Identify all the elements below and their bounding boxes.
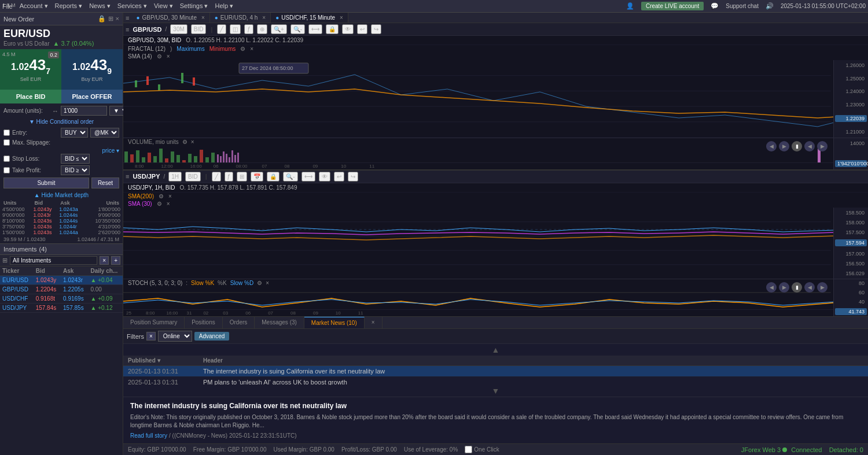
close-icon[interactable]: × <box>116 15 119 23</box>
place-offer-button[interactable]: Place OFFER <box>61 90 123 103</box>
tab-close[interactable]: × <box>365 317 382 328</box>
chart1-vol-btn5[interactable]: ▶ <box>817 141 827 151</box>
take-profit-type-select[interactable]: BID ≥ ▾ <box>61 165 90 175</box>
chart2-stoch-close[interactable]: × <box>266 280 269 286</box>
entry-checkbox[interactable] <box>3 130 10 136</box>
chart-tab-eurusd[interactable]: ● EUR/USD, 4 h × <box>210 13 271 23</box>
reset-button[interactable]: Reset <box>91 177 119 188</box>
chart2-bid-btn[interactable]: BID <box>185 172 201 182</box>
chart2-undo-btn[interactable]: ↩ <box>334 172 344 182</box>
chart-tab-gbpusd[interactable]: ● GBP/USD, 30 Minute × <box>131 13 209 23</box>
chart2-stoch-btn1[interactable]: ◀ <box>766 282 777 293</box>
instrument-row[interactable]: EUR/USD 1.0243y 1.0243r ▲ +0.04 <box>0 276 123 285</box>
instrument-row[interactable]: USD/JPY 157.84s 157.85s ▲ +0.12 <box>0 304 123 313</box>
filters-close-btn[interactable]: × <box>146 332 156 341</box>
add-instrument-button[interactable]: + <box>111 256 120 265</box>
chart1-bid-btn[interactable]: BID <box>191 24 207 34</box>
chart2-stoch-btn4[interactable]: ◀ <box>804 282 815 293</box>
ask-box[interactable]: 1.8 M 1.02439 Buy EUR <box>61 49 123 90</box>
chart2-indicator2-btn[interactable]: ⊞ <box>237 172 247 182</box>
chart2-stoch-gear[interactable]: ⚙ <box>257 280 262 286</box>
menu-account[interactable]: Account ▾ <box>20 2 48 10</box>
chart2-stoch-btn5[interactable]: ▶ <box>817 282 827 293</box>
chart2-cal-btn[interactable]: 📅 <box>251 172 263 182</box>
take-profit-checkbox[interactable] <box>3 167 10 173</box>
chart1-lock-btn[interactable]: 🔒 <box>326 24 339 34</box>
chart1-volume-close[interactable]: × <box>191 139 194 145</box>
chart2-sma30-gear[interactable]: ⚙ <box>157 201 162 207</box>
chart2-scroll-btn[interactable]: ⟷ <box>301 172 315 182</box>
chart1-30m-btn[interactable]: 30M <box>170 24 187 34</box>
one-click-checkbox[interactable] <box>465 446 472 453</box>
chart-tab-usdchf-close[interactable]: × <box>340 14 343 21</box>
entry-side-select[interactable]: BUY <box>61 128 88 138</box>
chart2-zoomout-btn[interactable]: 🔍- <box>283 172 297 182</box>
chart-tab-gbpusd-close[interactable]: × <box>201 14 205 21</box>
chart1-eye-btn[interactable]: 👁 <box>342 24 354 34</box>
chart1-volume-gear[interactable]: ⚙ <box>182 139 187 145</box>
chart2-eye-btn[interactable]: 👁 <box>319 172 330 182</box>
menu-services[interactable]: Services ▾ <box>117 2 147 10</box>
chart2-lock-btn[interactable]: 🔒 <box>267 172 279 182</box>
menu-settings[interactable]: Settings ▾ <box>180 2 208 10</box>
tab-market-news[interactable]: Market News (10) <box>304 317 365 328</box>
chart2-1h-btn[interactable]: 1H <box>168 172 182 182</box>
menu-reports[interactable]: Reports ▾ <box>55 2 83 10</box>
expand-icon[interactable]: ⊞ <box>108 15 113 23</box>
stop-loss-type-select[interactable]: BID ≤ ▾ <box>61 154 90 164</box>
scroll-up-indicator[interactable]: ▲ <box>123 344 868 356</box>
filter-online-select[interactable]: Online <box>158 331 192 342</box>
news-col-header[interactable]: Header <box>198 356 868 366</box>
max-slippage-checkbox[interactable] <box>3 139 10 146</box>
chart2-stoch-btn2[interactable]: ▶ <box>779 282 789 293</box>
news-col-published[interactable]: Published ▾ <box>123 356 198 366</box>
chart1-crosshair-btn[interactable]: ⊕ <box>257 24 267 34</box>
read-full-story-link[interactable]: Read full story <box>130 432 167 439</box>
stop-loss-checkbox[interactable] <box>3 156 10 162</box>
hide-market-depth-link[interactable]: ▲ Hide Market depth <box>0 191 123 199</box>
tab-positions[interactable]: Positions <box>185 317 223 328</box>
chart1-candle-btn[interactable]: ◫ <box>230 24 241 34</box>
chart1-vol-btn1[interactable]: ◀ <box>766 141 777 151</box>
chart2-line-btn[interactable]: ╱ <box>212 172 221 182</box>
chart1-sma-gear[interactable]: ⚙ <box>157 53 162 60</box>
submit-button[interactable]: Submit <box>3 177 89 188</box>
chart2-sma200-close[interactable]: × <box>168 193 172 199</box>
chart2-sma200-gear[interactable]: ⚙ <box>159 193 164 199</box>
lock-icon[interactable]: 🔒 <box>98 15 106 23</box>
clear-search-button[interactable]: × <box>100 256 109 265</box>
chart1-indicator-btn[interactable]: ƒ <box>244 24 253 34</box>
chart1-sma-close[interactable]: × <box>167 53 170 60</box>
chart1-undo-btn[interactable]: ↩ <box>357 24 367 34</box>
menu-news[interactable]: News ▾ <box>89 2 111 10</box>
news-row[interactable]: 2025-01-13 01:31 PM plans to 'unleash AI… <box>123 377 868 386</box>
chart1-zoomin-btn[interactable]: 🔍+ <box>271 24 287 34</box>
chart1-line-btn[interactable]: ╱ <box>217 24 226 34</box>
place-bid-button[interactable]: Place BID <box>0 90 61 103</box>
chart-tab-eurusd-close[interactable]: × <box>262 14 266 21</box>
advanced-filter-btn[interactable]: Advanced <box>194 332 229 341</box>
news-row[interactable]: 2025-01-13 01:31 The internet industry i… <box>123 366 868 377</box>
create-live-btn[interactable]: Create LIVE account <box>641 2 704 10</box>
news-table-container[interactable]: Published ▾ Header 2025-01-13 01:31 The … <box>123 356 868 385</box>
hide-conditional-link[interactable]: ▼ Hide Conditional order <box>3 117 119 126</box>
chart2-indicator-btn[interactable]: ƒ <box>225 172 234 182</box>
menu-help[interactable]: Help ▾ <box>215 2 233 10</box>
chart1-redo-btn[interactable]: ↪ <box>371 24 381 34</box>
bid-box[interactable]: 4.5 M 1.02437 0.2 Sell EUR <box>0 49 61 90</box>
support-chat-link[interactable]: Support chat <box>726 3 759 9</box>
menu-view[interactable]: View ▾ <box>154 2 173 10</box>
chart1-fractal-close[interactable]: × <box>250 46 253 52</box>
chart1-vol-btn2[interactable]: ▶ <box>779 141 789 151</box>
entry-type-select[interactable]: @MKT <box>90 128 119 138</box>
chart1-fractal-gear[interactable]: ⚙ <box>240 46 245 52</box>
chart2-stoch-btn3[interactable]: ▮ <box>792 282 802 293</box>
instruments-search-input[interactable] <box>10 256 97 265</box>
price-dropdown[interactable]: price ▾ <box>3 147 119 154</box>
chart2-redo-btn[interactable]: ↪ <box>348 172 358 182</box>
chart-tab-usdchf[interactable]: ● USD/CHF, 15 Minute × <box>271 13 348 23</box>
chart1-vol-btn4[interactable]: ◀ <box>804 141 815 151</box>
amount-input[interactable] <box>61 106 107 116</box>
instrument-row[interactable]: GBP/USD 1.2204s 1.2205s 0.00 <box>0 285 123 294</box>
chart1-scroll-btn[interactable]: ⟷ <box>308 24 322 34</box>
